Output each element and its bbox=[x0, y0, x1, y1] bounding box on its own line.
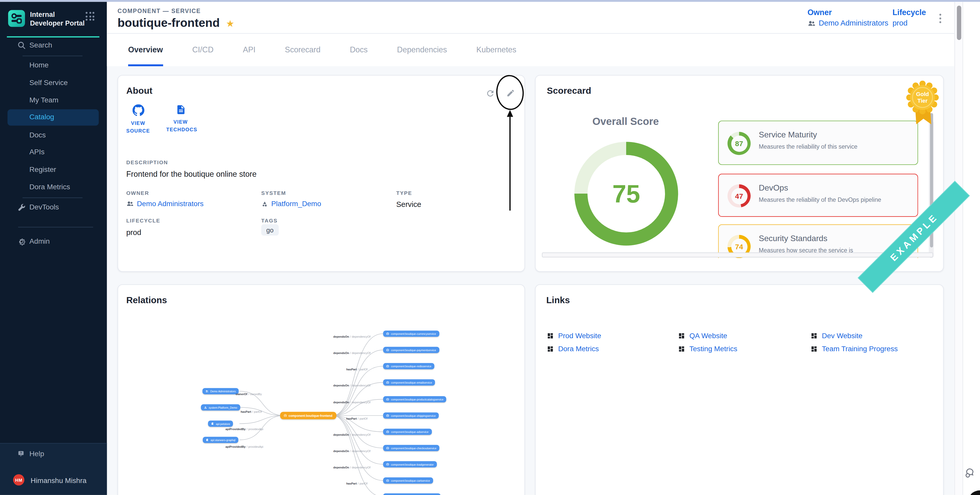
dashboard-icon bbox=[811, 345, 818, 352]
tab-cicd[interactable]: CI/CD bbox=[192, 34, 213, 66]
graph-node-currencyservice[interactable]: component:boutique-currencyservice bbox=[383, 331, 439, 337]
entity-tabs: Overview CI/CD API Scorecard Docs Depend… bbox=[107, 34, 954, 66]
header-lifecycle-block: Lifecycle prod bbox=[892, 8, 926, 28]
scorecard-title: Scorecard bbox=[547, 86, 592, 95]
wrench-icon bbox=[17, 202, 25, 211]
page-scrollbar-thumb[interactable] bbox=[956, 6, 961, 40]
sidebar-item-search[interactable]: Search bbox=[0, 38, 107, 53]
metrics-horizontal-scrollbar[interactable] bbox=[542, 252, 933, 258]
graph-node-partial[interactable] bbox=[383, 493, 441, 495]
link-testing-metrics[interactable]: Testing Metrics bbox=[678, 345, 737, 352]
header-owner-block: Owner Demo Administrators bbox=[808, 8, 889, 28]
sidebar-item-register[interactable]: Register bbox=[0, 162, 107, 177]
sidebar-item-catalog[interactable]: Catalog bbox=[7, 109, 99, 126]
description-label: DESCRIPTION bbox=[126, 159, 168, 166]
sidebar-item-label: APIs bbox=[29, 148, 45, 156]
tab-overview[interactable]: Overview bbox=[128, 34, 163, 66]
sidebar-item-self-service[interactable]: Self Service bbox=[0, 75, 107, 90]
relations-card: Relations component:bo bbox=[118, 284, 525, 495]
sidebar-item-admin[interactable]: Admin bbox=[0, 234, 107, 249]
tab-kubernetes[interactable]: Kubernetes bbox=[476, 34, 516, 66]
sidebar-item-label: Docs bbox=[29, 131, 46, 139]
user-name[interactable]: Himanshu Mishra bbox=[31, 477, 87, 484]
sidebar-item-label: My Team bbox=[29, 96, 59, 104]
system-field-link[interactable]: Platform_Demo bbox=[261, 200, 321, 207]
graph-node-loadgenerator[interactable]: component:boutique-loadgenerator bbox=[383, 461, 437, 467]
annotation-arrow-line bbox=[509, 117, 511, 210]
graph-node-productcatalogservice[interactable]: component:boutique-productcatalogservice bbox=[383, 396, 447, 402]
link-dora-metrics[interactable]: Dora Metrics bbox=[547, 345, 599, 352]
api-puzzle-icon bbox=[211, 422, 214, 425]
more-options-kebab-icon[interactable] bbox=[938, 13, 942, 24]
links-title: Links bbox=[546, 295, 570, 305]
owner-field-link[interactable]: Demo Administrators bbox=[126, 200, 204, 207]
sidebar-item-apis[interactable]: APIs bbox=[0, 144, 107, 159]
graph-node-center[interactable]: component:boutique-frontend bbox=[280, 412, 336, 419]
about-card: About VIEW SOURCE VIEW TECHDOCS DESCRIPT… bbox=[118, 75, 525, 272]
gold-tier-badge: Gold Tier bbox=[905, 81, 941, 129]
type-field-value: Service bbox=[396, 200, 421, 209]
favorite-star-icon[interactable] bbox=[226, 18, 234, 28]
app-title: Internal Developer Portal bbox=[30, 10, 88, 28]
owner-label: Owner bbox=[808, 8, 889, 17]
tab-dependencies[interactable]: Dependencies bbox=[397, 34, 447, 66]
dashboard-icon bbox=[678, 332, 685, 339]
graph-node-api-petstore[interactable]: api:petstore bbox=[208, 420, 233, 427]
sidebar-item-label: Admin bbox=[29, 237, 50, 245]
graph-node-owner[interactable]: Demo Administrators bbox=[202, 388, 239, 394]
refresh-icon[interactable] bbox=[483, 86, 497, 100]
graph-node-adservice[interactable]: component:boutique-adservice bbox=[383, 428, 432, 435]
tab-scorecard[interactable]: Scorecard bbox=[285, 34, 320, 66]
tab-docs[interactable]: Docs bbox=[350, 34, 368, 66]
sidebar-item-docs[interactable]: Docs bbox=[0, 127, 107, 143]
user-avatar[interactable]: HM bbox=[13, 474, 24, 485]
view-source-button[interactable]: VIEW SOURCE bbox=[124, 105, 153, 135]
metric-card-service-maturity[interactable]: 87 Service Maturity Measures the reliabi… bbox=[718, 121, 918, 165]
tag-chip-go[interactable]: go bbox=[261, 224, 279, 236]
about-title: About bbox=[126, 86, 152, 95]
links-card: Links Prod Website QA Website Dev Websit… bbox=[535, 284, 944, 495]
graph-node-redisservice[interactable]: component:boutique-redisservice bbox=[383, 363, 434, 369]
graph-node-cartservice[interactable]: component:boutique-cartservice bbox=[383, 477, 433, 484]
link-prod-website[interactable]: Prod Website bbox=[547, 332, 601, 339]
sidebar-item-label: Dora Metrics bbox=[29, 183, 70, 191]
graph-node-api-starwars[interactable]: api:starwars-graphql bbox=[203, 437, 239, 443]
dashboard-icon bbox=[678, 345, 685, 352]
sidebar-item-label: Home bbox=[29, 61, 49, 69]
owner-value-link[interactable]: Demo Administrators bbox=[819, 19, 888, 27]
sidebar-item-label: DevTools bbox=[29, 203, 59, 210]
link-team-training-progress[interactable]: Team Training Progress bbox=[811, 345, 898, 352]
lifecycle-value: prod bbox=[892, 19, 907, 27]
chat-bubbles-icon[interactable] bbox=[964, 466, 977, 479]
github-icon bbox=[132, 105, 144, 116]
sidebar-item-dora-metrics[interactable]: Dora Metrics bbox=[0, 179, 107, 194]
metrics-list: 87 Service Maturity Measures the reliabi… bbox=[718, 119, 918, 258]
sidebar-item-label: Help bbox=[29, 450, 44, 457]
overall-score-donut: 75 bbox=[574, 142, 678, 245]
breadcrumb: COMPONENT — SERVICE bbox=[118, 7, 201, 14]
view-techdocs-button[interactable]: VIEW TECHDOCS bbox=[166, 105, 195, 134]
graph-node-paymentservice[interactable]: component:boutique-paymentservice bbox=[383, 347, 439, 353]
link-qa-website[interactable]: QA Website bbox=[678, 332, 727, 339]
sidebar-item-home[interactable]: Home bbox=[0, 57, 107, 73]
sidebar-item-devtools[interactable]: DevTools bbox=[0, 199, 107, 214]
sidebar-item-label: Catalog bbox=[29, 113, 54, 121]
sidebar: Internal Developer Portal Search Home Se… bbox=[0, 2, 107, 495]
sidebar-divider bbox=[18, 227, 93, 227]
overall-score-value: 75 bbox=[612, 180, 640, 208]
graph-node-emailservice[interactable]: component:boutique-emailservice bbox=[383, 379, 435, 385]
sidebar-item-my-team[interactable]: My Team bbox=[0, 92, 107, 108]
entity-header: COMPONENT — SERVICE boutique-frontend Ow… bbox=[107, 2, 954, 34]
tab-api[interactable]: API bbox=[243, 34, 256, 66]
lifecycle-label: Lifecycle bbox=[892, 8, 926, 17]
link-dev-website[interactable]: Dev Website bbox=[811, 332, 862, 339]
graph-node-system[interactable]: system:Platform_Demo bbox=[201, 404, 240, 411]
app-logo-icon[interactable] bbox=[8, 10, 25, 27]
system-field-label: SYSTEM bbox=[261, 190, 286, 196]
metric-card-devops[interactable]: 47 DevOps Measures the reliability of th… bbox=[718, 173, 918, 217]
page-title: boutique-frontend bbox=[118, 16, 220, 30]
sidebar-item-help[interactable]: ? Help bbox=[0, 446, 107, 461]
graph-node-checkoutservice[interactable]: component:boutique-checkoutservice bbox=[383, 445, 440, 451]
graph-node-shippingservice[interactable]: component:boutique-shippingservice bbox=[383, 412, 439, 419]
apps-grid-icon[interactable] bbox=[86, 12, 94, 21]
